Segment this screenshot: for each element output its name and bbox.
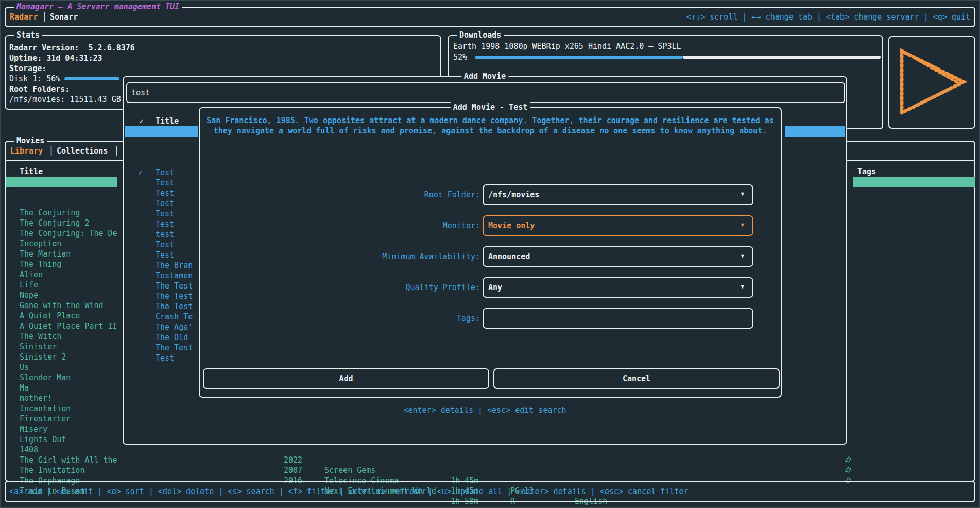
search-result-row[interactable]: => ✓ Test [125, 137, 198, 147]
min-availability-select[interactable]: Announced ▼ [483, 246, 753, 267]
search-result-row[interactable]: => ✓ Test [125, 167, 198, 178]
search-result-row[interactable]: => ✓ Test [125, 322, 198, 332]
monitor-select[interactable]: Movie only ▼ [483, 215, 753, 236]
managarr-app: Managarr — A Servarr management TUI Rada… [0, 0, 980, 508]
search-results-list[interactable]: => ✓ Test => ✓ Test => ✓ Test => [125, 77, 198, 446]
search-result-row[interactable]: => ✓ Test [125, 147, 198, 157]
quality-profile-value: Any [488, 282, 502, 293]
search-result-row[interactable]: => ✓ The Old [125, 301, 198, 312]
search-result-row[interactable]: => ✓ Test [125, 157, 198, 167]
popup-keybinds: <enter> details | <esc> edit search [124, 405, 846, 415]
search-result-row[interactable]: => ✓ Test [125, 209, 198, 219]
min-availability-value: Announced [488, 251, 530, 262]
chevron-down-icon: ▼ [741, 191, 744, 197]
min-availability-label: Minimum Availability: [200, 251, 480, 262]
search-result-row[interactable]: => ✓ Test [125, 126, 198, 137]
movie-detail-row[interactable]: 2016 Next Entertainment World 1h 58m NR … [0, 465, 980, 476]
search-result-selected-highlight [785, 126, 845, 137]
search-result-row[interactable]: => ✓ The Bran [125, 229, 198, 240]
root-folder-label: Root Folder: [200, 190, 480, 200]
monitor-label: Monitor: [200, 221, 480, 231]
chevron-down-icon: ▼ [741, 222, 744, 228]
chevron-down-icon: ▼ [741, 252, 744, 259]
movie-detail-row[interactable]: 2007 Telecinco Cinema 1h 45m R Spanish 0… [0, 455, 980, 465]
search-result-row[interactable]: => ✓ Test [125, 188, 198, 198]
add-movie-modal-title: Add Movie - Test [451, 102, 530, 112]
search-result-row[interactable]: => ✓ Testamen [125, 240, 198, 250]
chevron-down-icon: ▼ [741, 283, 744, 290]
search-result-row[interactable]: => ✓ test [125, 198, 198, 209]
library-keybinds: <a> add | <e> edit | <o> sort | <del> de… [9, 486, 689, 497]
search-result-row[interactable]: => ✓ The Test [125, 270, 198, 281]
result-title: Test [156, 353, 174, 363]
search-result-row[interactable]: => ✓ The Test [125, 312, 198, 322]
search-result-row[interactable]: => ✓ Test [125, 178, 198, 188]
add-button[interactable]: Add [203, 368, 489, 389]
search-result-row[interactable]: => ✓ The Aga' [125, 291, 198, 301]
tags-input[interactable] [483, 308, 753, 329]
root-folder-select[interactable]: /nfs/movies ▼ [483, 184, 753, 205]
movie-overview-line2: they navigate a world full of risks and … [200, 126, 781, 136]
search-result-row[interactable]: => ✓ Crash Te [125, 281, 198, 291]
movie-overview-line1: San Francisco, 1985. Two opposites attra… [200, 115, 781, 126]
root-folder-value: /nfs/movies [488, 190, 539, 200]
search-result-row[interactable]: => ✓ The Test [125, 260, 198, 270]
search-result-row[interactable]: => ✓ The Test [125, 250, 198, 260]
add-movie-modal: Add Movie - Test San Francisco, 1985. Tw… [199, 107, 782, 398]
cancel-button[interactable]: Cancel [493, 368, 780, 389]
quality-profile-label: Quality Profile: [200, 282, 480, 293]
movie-detail-row[interactable]: 2022 Screen Gems 1h 45m PG-13 English 1.… [0, 445, 980, 455]
add-movie-popup-title: Add Movie [461, 71, 508, 81]
tags-label: Tags: [200, 313, 480, 324]
movie-search-input[interactable]: test [126, 82, 845, 103]
search-result-row[interactable]: => ✓ Test [125, 219, 198, 229]
monitor-value: Movie only [488, 221, 535, 231]
quality-profile-select[interactable]: Any ▼ [483, 277, 753, 298]
